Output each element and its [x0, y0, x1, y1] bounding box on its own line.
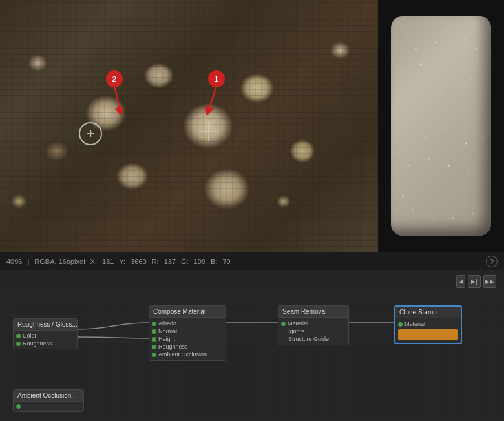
node-compose-material[interactable]: Compose Material Albedo Normal Height Ro… [149, 305, 226, 361]
port-label-roughness: Roughness [23, 340, 52, 347]
texture-viewport[interactable]: 2 1 [0, 0, 378, 252]
node-clone-title: Clone Stamp [395, 307, 461, 318]
port-row-structure: Structure Guide [278, 335, 348, 343]
g-value: 109 [194, 258, 205, 265]
b-value: 79 [222, 258, 230, 265]
annotation-2: 2 [106, 70, 123, 87]
y-label: Y: [119, 258, 125, 265]
node-clone-ports: Material [395, 318, 461, 343]
port-label-structure: Structure Guide [281, 336, 329, 342]
node-roughness-gloss-ports: Color Roughness [14, 331, 77, 349]
texture-overlay [0, 0, 378, 252]
port-row-seam-material: Material [278, 320, 348, 327]
play-button[interactable]: ▶| [468, 275, 481, 288]
r-value: 137 [164, 258, 176, 265]
colormode-label: RGBA, 16bpixel [34, 258, 85, 265]
port-dot-albedo [152, 322, 156, 326]
node-seam-title: Seam Removal [278, 306, 348, 318]
port-row-ignore: Ignore [278, 327, 348, 335]
port-label-color: Color [23, 333, 37, 339]
material-preview-sphere [391, 16, 491, 236]
port-row-color: Color [14, 332, 77, 340]
resolution-info: 4096 [6, 258, 22, 265]
node-ambient-title: Ambient Occlusion... [14, 390, 83, 402]
clone-material-bar [398, 329, 458, 340]
x-value: 181 [102, 258, 114, 265]
svg-line-1 [208, 86, 216, 112]
node-compose-title: Compose Material [149, 306, 226, 318]
port-label-seam-material: Material [288, 320, 308, 327]
r-label: R: [152, 258, 159, 265]
annotation-circle-2: 2 [106, 70, 123, 87]
preview-panel [378, 0, 504, 252]
node-compose-ports: Albedo Normal Height Roughness Ambient O… [149, 318, 226, 360]
transport-controls: ◀ ▶| ▶▶ [456, 275, 496, 288]
y-value: 3660 [131, 258, 146, 265]
node-seam-removal[interactable]: Seam Removal Material Ignore Structure G… [278, 305, 349, 345]
b-label: B: [211, 258, 217, 265]
port-row-normal: Normal [149, 327, 226, 335]
node-ambient-ports [14, 402, 83, 411]
node-roughness-gloss-title: Roughness / Gloss... [14, 319, 77, 331]
port-label-ignore: Ignore [281, 328, 305, 334]
port-row-ao [14, 404, 83, 409]
colormode-info: | [27, 258, 29, 265]
port-dot-compose-roughness [152, 345, 156, 349]
port-dot-roughness [16, 342, 21, 346]
crosshair-cursor [198, 121, 218, 141]
port-label-compose-roughness: Roughness [158, 344, 188, 350]
svg-line-0 [114, 86, 120, 112]
node-canvas[interactable]: Roughness / Gloss... Color Roughness Amb… [0, 289, 504, 421]
node-clone-stamp[interactable]: Clone Stamp Material [394, 305, 462, 344]
port-dot-clone-material [398, 322, 403, 327]
port-label-height: Height [158, 336, 175, 342]
help-icon[interactable]: ? [486, 256, 498, 267]
g-label: G: [181, 258, 189, 265]
port-row-compose-roughness: Roughness [149, 343, 226, 351]
node-seam-ports: Material Ignore Structure Guide [278, 318, 348, 345]
node-ambient-occlusion[interactable]: Ambient Occlusion... [13, 389, 84, 412]
skip-button[interactable]: ▶▶ [483, 275, 496, 288]
port-dot-seam-material [281, 322, 286, 326]
annotation-1-arrow [205, 86, 224, 115]
status-bar: 4096 | RGBA, 16bpixel X: 181 Y: 3660 R: … [0, 252, 504, 270]
node-graph[interactable]: ◀ ▶| ▶▶ Roughness / Gloss... Color [0, 270, 504, 421]
x-label: X: [90, 258, 97, 265]
port-row-ambient-occ: Ambient Occlusion [149, 351, 226, 358]
annotation-2-arrow [111, 86, 131, 115]
node-roughness-gloss[interactable]: Roughness / Gloss... Color Roughness [13, 318, 78, 349]
top-section: 2 1 [0, 0, 504, 252]
port-dot-ambient-occ [152, 353, 156, 357]
port-label-albedo: Albedo [158, 320, 176, 327]
plus-cursor: + [79, 122, 102, 145]
port-dot-ao [16, 404, 21, 409]
port-dot-color [16, 334, 21, 338]
collapse-button[interactable]: ◀ [456, 275, 465, 288]
port-row-albedo: Albedo [149, 320, 226, 327]
port-dot-normal [152, 329, 156, 334]
port-label-normal: Normal [158, 328, 177, 334]
port-dot-height [152, 337, 156, 342]
port-label-clone-material: Material [404, 321, 425, 327]
port-row-roughness: Roughness [14, 340, 77, 347]
port-row-clone-material: Material [395, 320, 461, 328]
port-label-ambient-occ: Ambient Occlusion [158, 351, 207, 358]
annotation-circle-1: 1 [208, 70, 225, 87]
annotation-1: 1 [208, 70, 225, 87]
port-row-height: Height [149, 335, 226, 343]
